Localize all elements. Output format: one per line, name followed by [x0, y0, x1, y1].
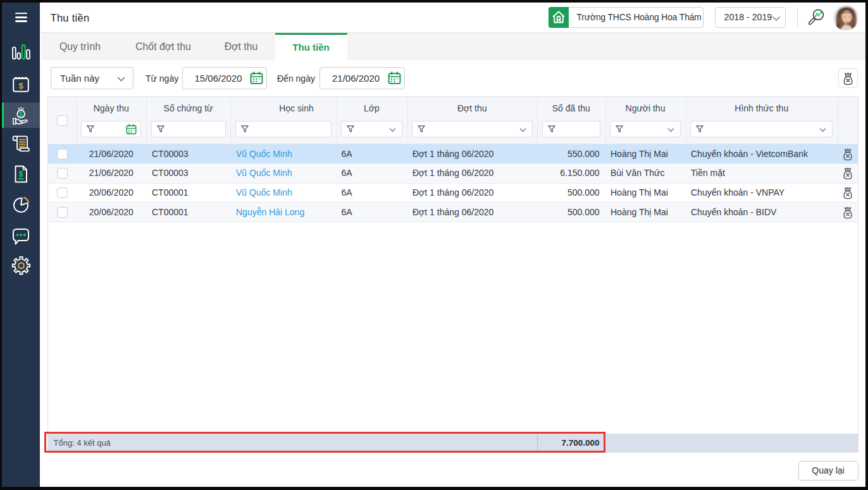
svg-text:$: $ [19, 170, 23, 179]
svg-text:$: $ [19, 111, 23, 118]
svg-text:$: $ [18, 81, 23, 91]
